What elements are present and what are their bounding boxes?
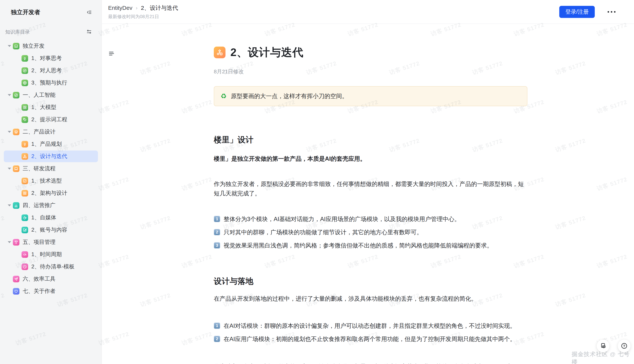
feedback-button[interactable] bbox=[597, 340, 609, 352]
numbered-list: 1 整体分为3个模块，AI基础对话能力，AI应用场景的广场模块，以及我的模块用户… bbox=[214, 215, 527, 250]
sidebar-item[interactable]: 1、时间周期 bbox=[4, 248, 98, 260]
keycap-2-icon: 2 bbox=[214, 229, 220, 235]
grid-icon bbox=[22, 190, 28, 196]
workspace-title: 独立开发者 bbox=[11, 8, 40, 16]
sidebar-item[interactable]: 三、研发流程 bbox=[4, 163, 98, 174]
question-mark-icon: ? bbox=[621, 342, 627, 349]
login-register-button[interactable]: 登录/注册 bbox=[559, 6, 595, 18]
sidebar-item[interactable]: 六、效率工具 bbox=[4, 273, 98, 285]
paragraph: 作为独立开发者，对自己做事的效率，无论多么自信，都需要对一件事设定截止日期，软件… bbox=[214, 362, 527, 364]
laptop-icon bbox=[13, 43, 20, 50]
lightbulb-icon bbox=[22, 141, 28, 148]
breadcrumb-current: 2、设计与迭代 bbox=[141, 4, 178, 12]
checkbox-icon bbox=[22, 178, 28, 184]
sidebar-item[interactable]: 2、账号与内容 bbox=[4, 224, 98, 236]
caret-down-icon[interactable] bbox=[6, 92, 13, 98]
collapse-sidebar-icon[interactable] bbox=[86, 10, 92, 15]
list-item: 2 只对其中的群聊，广场模块的功能做了细节设计，其它的地方心里有数即可。 bbox=[214, 228, 527, 237]
list-item: 1 整体分为3个模块，AI基础对话能力，AI应用场景的广场模块，以及我的模块用户… bbox=[214, 215, 527, 224]
topbar: EntityDev › 2、设计与迭代 最新修改时间为08月21日 登录/注册 bbox=[102, 0, 634, 24]
sidebar-item[interactable]: 一、人工智能 bbox=[4, 89, 98, 101]
sidebar-item[interactable]: 1、对事思考 bbox=[4, 52, 98, 64]
help-button[interactable]: ? bbox=[618, 340, 630, 352]
paragraph: 在产品从开发到落地的过程中，进行了大量的删减，涉及具体功能模块的丢弃，也有复杂流… bbox=[214, 294, 527, 304]
keycap-1-icon: 1 bbox=[214, 216, 220, 222]
last-modified-note: 最新修改时间为08月21日 bbox=[108, 14, 178, 20]
svg-text:?: ? bbox=[623, 344, 625, 348]
article: 2、设计与迭代 8月21日修改 ♻ 原型要画的大一点，这样才有挥小刀的空间。 楼… bbox=[214, 24, 527, 364]
sidebar-item[interactable]: 1、大模型 bbox=[4, 102, 98, 113]
community-watermark: 掘金技术社区 @ 七号楼 bbox=[572, 350, 634, 364]
numbered-list: 1 在AI对话模块：群聊的原本的设计偏复杂，用户可以动态创建群，并且指定群里大模… bbox=[214, 322, 527, 344]
sidebar-item[interactable]: 五、项目管理 bbox=[4, 236, 98, 248]
keycap-2-icon: 2 bbox=[214, 336, 220, 342]
sidebar-item[interactable]: 1、技术选型 bbox=[4, 175, 98, 187]
compass-icon bbox=[13, 92, 20, 98]
more-menu-icon[interactable] bbox=[606, 9, 617, 14]
toc-settings-icon[interactable] bbox=[86, 29, 92, 35]
breadcrumb: EntityDev › 2、设计与迭代 bbox=[108, 4, 178, 12]
coffee-icon bbox=[22, 214, 28, 221]
caret-down-icon[interactable] bbox=[6, 42, 13, 50]
bar-chart-icon bbox=[13, 202, 20, 209]
heart-icon bbox=[13, 288, 20, 294]
caret-down-icon[interactable] bbox=[6, 239, 13, 246]
list-item: 2 在AI应用广场模块：初期的规划也不止饮食推荐和取名两个常用功能，但是为了控制… bbox=[214, 335, 527, 344]
caret-down-icon[interactable] bbox=[6, 202, 13, 209]
callout-text: 原型要画的大一点，这样才有挥小刀的空间。 bbox=[231, 92, 348, 100]
paragraph: 作为独立开发者，原型稿没必要画的非常细致，任何事情想做的精细，都需要大量的时间投… bbox=[214, 179, 527, 198]
sidebar-item[interactable]: 独立开发 bbox=[4, 40, 98, 52]
flowchart-icon bbox=[22, 153, 28, 160]
section-heading: 设计与落地 bbox=[214, 276, 527, 286]
sidebar: 独立开发者 知识库目录 独立开发 1、对事思考 2、对人思考 3、 bbox=[0, 0, 102, 364]
modified-date: 8月21日修改 bbox=[214, 68, 527, 75]
list-item: 3 视觉效果采用黑白浅色调，简约风格；参考微信但做不出他的质感，简约风格也能降低… bbox=[214, 241, 527, 250]
keycap-3-icon: 3 bbox=[214, 242, 220, 248]
note-pen-icon bbox=[22, 227, 28, 233]
caret-down-icon[interactable] bbox=[6, 165, 13, 172]
breadcrumb-separator-icon: › bbox=[136, 5, 137, 11]
article-scroll-area[interactable]: 2、设计与迭代 8月21日修改 ♻ 原型要画的大一点，这样才有挥小刀的空间。 楼… bbox=[102, 24, 634, 364]
sidebar-item[interactable]: 二、产品设计 bbox=[4, 126, 98, 138]
keycap-1-icon: 1 bbox=[214, 322, 220, 329]
outline-toggle-icon[interactable] bbox=[108, 50, 115, 58]
sidebar-item[interactable]: 3、预期与执行 bbox=[4, 77, 98, 89]
sidebar-item[interactable]: 2、提示词工程 bbox=[4, 114, 98, 126]
doc-flowchart-icon bbox=[214, 46, 226, 58]
page-title: 2、设计与迭代 bbox=[230, 45, 303, 60]
paragraph-bold: 楼里」是独立开发做的第一款产品，本质是AI的套壳应用。 bbox=[214, 154, 527, 164]
compass-icon bbox=[22, 67, 28, 74]
laptop-icon bbox=[13, 166, 20, 172]
recycle-icon: ♻ bbox=[221, 93, 227, 100]
sidebar-item-selected[interactable]: 2、设计与迭代 bbox=[4, 150, 98, 162]
aperture-icon bbox=[22, 80, 28, 86]
gauge-icon bbox=[22, 251, 28, 258]
sidebar-item[interactable]: 2、对人思考 bbox=[4, 65, 98, 76]
sidebar-item[interactable]: 2、架构与设计 bbox=[4, 187, 98, 199]
sidebar-tree: 独立开发 1、对事思考 2、对人思考 3、预期与执行 一、人工智能 1、大模型 bbox=[0, 40, 102, 297]
feedback-doc-icon bbox=[600, 342, 606, 349]
breadcrumb-root[interactable]: EntityDev bbox=[108, 5, 132, 11]
section-heading: 楼里」设计 bbox=[214, 134, 527, 145]
sidebar-item[interactable]: 2、待办清单-模板 bbox=[4, 261, 98, 272]
sidebar-item[interactable]: 1、自媒体 bbox=[4, 212, 98, 224]
clock-icon bbox=[22, 264, 28, 270]
tag-icon bbox=[22, 116, 28, 123]
lightbulb-icon bbox=[22, 55, 28, 62]
sidebar-item[interactable]: 四、运营推广 bbox=[4, 200, 98, 211]
paper-plane-icon bbox=[13, 276, 20, 282]
caret-down-icon[interactable] bbox=[6, 128, 13, 135]
callout: ♻ 原型要画的大一点，这样才有挥小刀的空间。 bbox=[214, 86, 527, 106]
toc-section-label: 知识库目录 bbox=[5, 29, 30, 35]
list-item: 1 在AI对话模块：群聊的原本的设计偏复杂，用户可以动态创建群，并且指定群里大模… bbox=[214, 322, 527, 330]
grid-icon bbox=[22, 104, 28, 111]
sidebar-item[interactable]: 七、关于作者 bbox=[4, 285, 98, 297]
layers-icon bbox=[13, 129, 20, 135]
sidebar-item[interactable]: 1、产品规划 bbox=[4, 138, 98, 150]
trophy-icon bbox=[13, 239, 20, 246]
